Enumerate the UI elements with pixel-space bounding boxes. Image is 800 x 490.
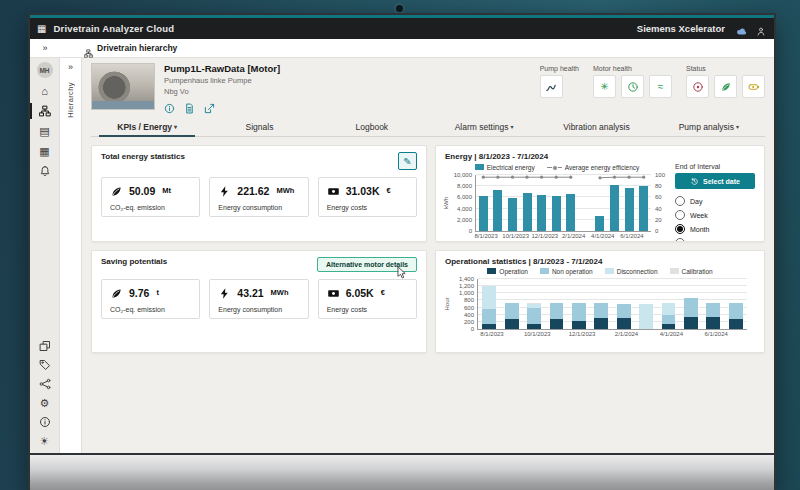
interval-controls: End of Interval Select date DayWeekMonth…	[669, 162, 755, 242]
tab-pump-analysis[interactable]: Pump analysis▾	[653, 117, 765, 136]
edit-statistics-button[interactable]: ✎	[398, 152, 417, 170]
bar-segment	[729, 303, 743, 320]
operational-panel-title: Operational statistics | 8/1/2023 - 7/1/…	[445, 257, 755, 266]
kpi-unit: MWh	[271, 288, 289, 297]
avatar[interactable]: MH	[37, 62, 53, 78]
radio-icon	[675, 238, 685, 242]
interval-radio-day[interactable]: Day	[675, 196, 755, 206]
total-energy-title: Total energy statistics	[101, 152, 185, 161]
kpi-value: 31.03K	[346, 185, 380, 197]
health-group: Motor health✳≈	[593, 65, 672, 98]
kpi-unit: €	[381, 288, 385, 297]
sidebar-item-layers[interactable]	[30, 340, 59, 352]
sidebar-item-home[interactable]: ⌂	[30, 85, 59, 97]
health-status-button[interactable]	[540, 75, 563, 98]
money-icon	[327, 184, 340, 197]
kpi-unit: t	[156, 288, 159, 297]
y-axis-tick: 8,000	[446, 183, 472, 189]
brand-label: Siemens Xcelerator	[637, 23, 725, 34]
radio-icon	[675, 210, 685, 220]
y-axis-tick: 10,000	[446, 172, 472, 178]
bar-segment	[706, 317, 720, 329]
asset-export-icon[interactable]	[204, 100, 215, 111]
bar-segment	[594, 318, 608, 329]
y-axis-tick: 2,000	[446, 217, 472, 223]
sidebar-item-settings[interactable]: ⚙	[30, 397, 59, 409]
kpi-tile: 43.21MWhEnergy consumption	[209, 279, 308, 319]
sidebar-item-info[interactable]	[30, 416, 59, 428]
sidebar: MH ⌂▤▦ ⚙☀	[30, 58, 60, 453]
bar-segment	[662, 303, 676, 316]
interval-radio-month[interactable]: Month	[675, 224, 755, 234]
sidebar-item-hierarchy[interactable]	[30, 105, 59, 117]
app-launcher-icon[interactable]: ▦	[37, 23, 46, 34]
hierarchy-panel-label: Hierarchy	[66, 82, 75, 118]
health-status-button[interactable]	[686, 75, 709, 98]
x-axis-tick: 8/1/2023	[474, 233, 497, 239]
legend-swatch	[605, 268, 614, 274]
kpi-value: 6.05K	[346, 287, 374, 299]
legend-label: Operation	[499, 268, 528, 275]
tab-vibration-analysis[interactable]: Vibration analysis	[540, 117, 652, 136]
bar-segment	[639, 304, 653, 329]
bar-segment	[662, 324, 676, 329]
y-axis-label: kWh	[443, 197, 449, 209]
bar-segment	[482, 324, 496, 329]
user-account-icon[interactable]	[756, 23, 766, 34]
sidebar-item-theme[interactable]: ☀	[30, 435, 59, 447]
tag-icon	[39, 359, 51, 371]
y2-axis-tick: 60	[655, 194, 662, 200]
interval-radio-year[interactable]: Year	[675, 238, 755, 242]
health-status-button[interactable]: ✳	[593, 75, 616, 98]
hierarchy-panel-toggle[interactable]: »	[68, 62, 73, 72]
tab-bar: KPIs / Energy▾SignalsLogbookAlarm settin…	[91, 117, 765, 137]
alternative-motor-details-button[interactable]: Alternative motor details	[317, 257, 417, 272]
x-axis-tick: 12/1/2023	[531, 233, 558, 239]
health-status-button[interactable]	[742, 75, 765, 98]
asset-details-icon[interactable]	[164, 100, 175, 111]
kpi-unit: MWh	[276, 186, 294, 195]
legend-label: Electrical energy	[487, 164, 535, 171]
sidebar-expand-toggle[interactable]: »	[30, 43, 60, 53]
y-axis-tick: 0	[446, 326, 474, 332]
kpi-tile: 50.09MtCO₂-eq. emission	[101, 177, 200, 217]
sidebar-item-tags[interactable]	[30, 359, 59, 371]
tab-logbook[interactable]: Logbook	[316, 117, 428, 136]
health-status-button[interactable]	[714, 75, 737, 98]
tab-signals[interactable]: Signals	[203, 117, 315, 136]
bar-segment	[572, 321, 586, 329]
health-status-button[interactable]	[621, 75, 644, 98]
bar-segment	[684, 298, 698, 318]
x-axis-tick: 10/1/2023	[524, 331, 551, 337]
bar-segment	[527, 303, 541, 304]
asset-documents-icon[interactable]	[184, 100, 195, 111]
select-date-button[interactable]: Select date	[675, 173, 755, 189]
tab-kpis-energy[interactable]: KPIs / Energy▾	[91, 117, 203, 136]
bar-segment	[527, 324, 541, 329]
sidebar-item-asset-list[interactable]: ▤	[30, 125, 59, 137]
y-axis-tick: 400	[446, 312, 474, 318]
legend-item: Non operation	[540, 268, 593, 275]
interval-radio-week[interactable]: Week	[675, 210, 755, 220]
energy-legend: Electrical energyAverage energy efficien…	[445, 162, 669, 172]
bell-icon	[39, 165, 51, 177]
breadcrumb[interactable]: Drivetrain hierarchy	[97, 43, 177, 53]
sidebar-item-notifications[interactable]	[30, 165, 59, 177]
kpi-label: Energy consumption	[218, 204, 299, 211]
efficiency-line	[476, 175, 651, 231]
sidebar-item-cards[interactable]: ▦	[30, 145, 59, 157]
x-axis-tick: 2/1/2024	[615, 331, 638, 337]
cloud-status-icon[interactable]	[735, 23, 748, 34]
saving-potentials-card: Saving potentials Alternative motor deta…	[91, 250, 427, 353]
sidebar-item-connections[interactable]	[30, 378, 59, 390]
y-axis-tick: 200	[446, 319, 474, 325]
operational-legend: OperationNon operationDisconnectionCalib…	[445, 266, 755, 276]
app-header: ▦ Drivetrain Analyzer Cloud Siemens Xcel…	[30, 15, 774, 39]
monitor-frame: ▦ Drivetrain Analyzer Cloud Siemens Xcel…	[28, 13, 776, 490]
tab-alarm-settings[interactable]: Alarm settings▾	[428, 117, 540, 136]
layers-icon	[39, 340, 51, 352]
health-status-button[interactable]: ≈	[649, 75, 672, 98]
health-group-label: Pump health	[540, 65, 579, 72]
radio-label: Month	[690, 226, 709, 233]
bar-segment	[482, 286, 496, 309]
